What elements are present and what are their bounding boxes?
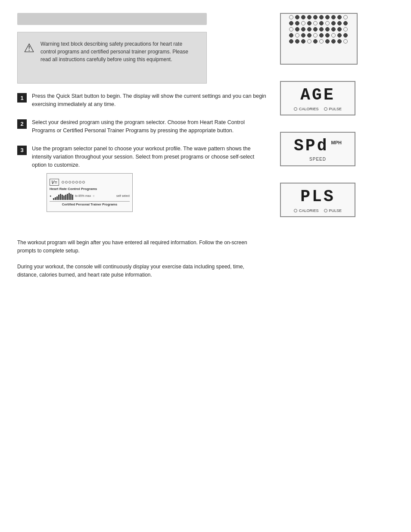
dot-matrix-panel xyxy=(280,13,358,65)
dot xyxy=(313,33,318,37)
warning-text: Warning text block describing safety pre… xyxy=(40,40,199,75)
wave-bar xyxy=(68,193,70,200)
dot xyxy=(289,27,293,31)
dot-matrix-section xyxy=(280,13,394,78)
prog-dot xyxy=(75,181,78,184)
speed-display-digits: SPd xyxy=(294,137,328,155)
prog-dot xyxy=(72,181,75,184)
pulse-display-section: PLS CALORIES PULSE xyxy=(280,183,394,230)
spacer-1 xyxy=(17,221,267,239)
step-1-block: 1 Press the Quick Start button to begin.… xyxy=(17,92,267,109)
dot xyxy=(319,39,324,44)
wave-bar xyxy=(65,195,66,200)
dot xyxy=(343,33,348,37)
wave-bar xyxy=(53,198,54,200)
calories-label: CALORIES xyxy=(299,107,319,111)
pulse-calories-circle-icon xyxy=(294,209,297,212)
pulse-pulse-circle-icon xyxy=(324,209,327,212)
pulse-display-digits: PLS xyxy=(300,187,335,206)
dot xyxy=(325,21,330,25)
dot xyxy=(313,27,318,31)
dot xyxy=(331,21,336,25)
program-selector-image: V= H xyxy=(47,173,133,212)
dot xyxy=(343,27,348,31)
dot xyxy=(301,15,305,19)
dot xyxy=(289,33,293,37)
dot-grid xyxy=(286,12,351,65)
prog-circle-icon: ● xyxy=(50,194,51,197)
dot xyxy=(307,21,311,25)
prog-wave-row: ● xyxy=(50,192,130,200)
dot xyxy=(337,39,342,44)
dot xyxy=(289,39,293,44)
dot xyxy=(325,33,330,37)
dot xyxy=(343,15,348,19)
step-3-text: Use the program selector panel to choose… xyxy=(32,145,267,170)
step-3-number: 3 xyxy=(17,146,27,155)
prog-circle2-icon: ○ xyxy=(93,194,94,197)
warning-box: ⚠ Warning text block describing safety p… xyxy=(17,32,207,84)
prog-footer-text: Certified Personal Trainer Programs xyxy=(50,201,130,206)
pulse-calories-indicator: CALORIES xyxy=(294,208,319,213)
step-2-block: 2 Select your desired program using the … xyxy=(17,118,267,135)
pulse-circle-icon xyxy=(324,107,327,111)
wave-bar xyxy=(60,194,61,200)
dot xyxy=(307,33,311,37)
dot xyxy=(331,33,336,37)
dot xyxy=(301,39,305,44)
pulse-lcd-panel: PLS CALORIES PULSE xyxy=(280,183,355,217)
dot xyxy=(295,27,299,31)
warning-icon: ⚠ xyxy=(24,41,34,75)
pulse-indicator: PULSE xyxy=(324,107,342,111)
dot xyxy=(325,39,330,44)
pulse-label: PULSE xyxy=(329,107,342,111)
dot xyxy=(325,27,330,31)
speed-label: SPEED xyxy=(309,157,326,162)
right-column: AGE CALORIES PULSE xyxy=(276,13,394,287)
dot xyxy=(343,39,348,44)
prog-dot xyxy=(62,181,64,184)
dot xyxy=(313,21,318,25)
dot xyxy=(313,39,318,44)
dot xyxy=(343,21,348,25)
dot xyxy=(337,15,342,19)
dot xyxy=(301,33,305,37)
wave-bar xyxy=(67,194,68,200)
dot xyxy=(295,21,299,25)
pulse-calories-label: CALORIES xyxy=(299,208,319,213)
wave-bar xyxy=(62,195,63,200)
prog-pct-text: to 85% max xyxy=(75,194,91,197)
speed-lcd-panel: SPd MPH SPEED xyxy=(280,132,355,166)
prog-dots xyxy=(62,181,85,184)
prog-title: Heart Rate Control Programs xyxy=(50,187,130,191)
left-column: ⚠ Warning text block describing safety p… xyxy=(17,13,267,287)
dot xyxy=(319,27,324,31)
prog-wave xyxy=(53,192,73,200)
wave-bar xyxy=(58,195,59,200)
calories-circle-icon xyxy=(294,107,297,111)
speed-unit-label: MPH xyxy=(331,140,341,145)
dot xyxy=(295,15,299,19)
prog-dot xyxy=(65,181,68,184)
dot xyxy=(337,33,342,37)
speed-digits-row: SPd MPH xyxy=(294,137,342,155)
prog-logo-icon: V= xyxy=(50,179,59,186)
wave-bar xyxy=(63,196,65,200)
dot xyxy=(301,27,305,31)
header-bar xyxy=(17,13,207,25)
step-3-block: 3 Use the program selector panel to choo… xyxy=(17,145,267,212)
dot xyxy=(289,21,293,25)
dot xyxy=(319,15,324,19)
prog-dot xyxy=(68,181,71,184)
dot xyxy=(313,15,318,19)
dot xyxy=(307,39,311,44)
dot xyxy=(337,21,342,25)
age-lcd-panel: AGE CALORIES PULSE xyxy=(280,81,355,115)
dot xyxy=(295,39,299,44)
wave-bar xyxy=(70,194,72,200)
step-2-text: Select your desired program using the pr… xyxy=(32,118,267,135)
pulse-digits-row: PLS xyxy=(300,187,335,206)
dot xyxy=(337,27,342,31)
pulse-pulse-label: PULSE xyxy=(329,208,342,213)
calories-indicator: CALORIES xyxy=(294,107,319,111)
